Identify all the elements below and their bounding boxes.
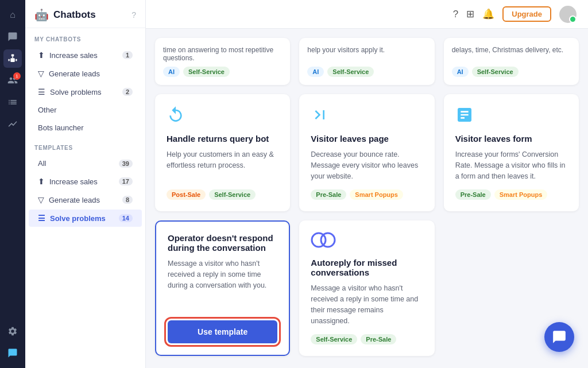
- autoreply-card-title: Autoreply for missed conversations: [311, 258, 423, 277]
- returns-card-title: Handle returns query bot: [167, 134, 278, 144]
- sidebar-item-other[interactable]: Other: [29, 102, 142, 118]
- returns-card-tags: Post-Sale Self-Service: [167, 189, 278, 200]
- cards-area: Handle returns query bot Help your custo…: [146, 85, 588, 365]
- partial-card-tags-2: AI Self-Service: [307, 67, 426, 77]
- home-icon[interactable]: ⌂: [3, 6, 22, 24]
- templates-label: TEMPLATES: [25, 137, 145, 154]
- sidebar-item-label: Increase sales: [49, 177, 98, 186]
- increase-sales-badge: 1: [122, 51, 133, 59]
- visitor-leaves-icon: [311, 106, 423, 128]
- settings-icon[interactable]: [3, 322, 22, 340]
- robot-icon: 🤖: [34, 8, 49, 22]
- visitor-leaves-form-desc: Increase your forms' Conversion Rate. Me…: [455, 149, 567, 181]
- partial-card-desc: help your visitors apply it.: [307, 46, 426, 54]
- sidebar-item-label: Generate leads: [49, 69, 100, 78]
- solve-problems-icon: ☰: [38, 87, 45, 96]
- self-service-tag: Self-Service: [209, 189, 256, 200]
- chat-icon[interactable]: [3, 28, 22, 46]
- self-service-tag: Self-Service: [327, 67, 374, 77]
- sidebar-item-label: Increase sales: [49, 51, 98, 60]
- autoreply-card-tags: Self-Service Pre-Sale: [311, 334, 423, 344]
- sidebar-item-label: Generate leads: [49, 196, 100, 204]
- sidebar-item-solve-problems[interactable]: ☰ Solve problems 2: [29, 83, 142, 100]
- sidebar-item-all[interactable]: All 39: [29, 155, 142, 172]
- chat-fab[interactable]: [544, 322, 574, 352]
- main-content: ? ⊞ 🔔 Upgrade time on answering to most …: [146, 0, 588, 368]
- sidebar-item-solve-problems-template[interactable]: ☰ Solve problems 14: [29, 210, 142, 227]
- sidebar-item-bots-launcher[interactable]: Bots launcher: [29, 119, 142, 136]
- solve-problems-template-badge: 14: [119, 214, 133, 222]
- partial-card-3: delays, time, Christmas delivery, etc. A…: [444, 38, 579, 85]
- visitor-form-icon: [455, 106, 567, 128]
- self-service-tag: Self-Service: [472, 67, 519, 77]
- nav-panel-header: 🤖 Chatbots ?: [25, 0, 145, 28]
- avatar[interactable]: [559, 6, 577, 23]
- returns-card-desc: Help your customers in an easy & effortl…: [167, 149, 278, 181]
- increase-sales-template-icon: ⬆: [38, 177, 45, 186]
- post-sale-tag: Post-Sale: [167, 189, 206, 200]
- ai-tag: AI: [307, 67, 324, 77]
- visitor-leaves-page-tags: Pre-Sale Smart Popups: [311, 189, 423, 200]
- partial-card-2: help your visitors apply it. AI Self-Ser…: [299, 38, 434, 85]
- sidebar-item-label: All: [38, 159, 46, 168]
- partial-card-tags-1: AI Self-Service: [163, 67, 282, 77]
- upgrade-button[interactable]: Upgrade: [502, 6, 551, 22]
- pre-sale-tag: Pre-Sale: [455, 189, 491, 200]
- icon-sidebar: ⌂: [0, 0, 25, 368]
- top-bar-icons: ? ⊞ 🔔 Upgrade: [453, 6, 577, 23]
- reports-icon[interactable]: [3, 93, 22, 111]
- svg-point-1: [11, 59, 12, 60]
- card-visitor-leaves-form: Visitor leaves form Increase your forms'…: [444, 94, 579, 211]
- svg-point-8: [321, 233, 335, 247]
- my-chatbots-label: MY CHATBOTS: [25, 28, 145, 46]
- ai-tag: AI: [452, 67, 469, 77]
- generate-leads-template-icon: ▽: [38, 195, 44, 204]
- generate-leads-icon: ▽: [38, 69, 44, 78]
- increase-sales-icon: ⬆: [38, 51, 45, 60]
- visitor-leaves-form-tags: Pre-Sale Smart Popups: [455, 189, 567, 200]
- use-template-button[interactable]: Use template: [168, 320, 277, 343]
- bell-icon[interactable]: 🔔: [482, 8, 494, 20]
- help-icon[interactable]: ?: [131, 10, 136, 20]
- card-visitor-leaves-page: Visitor leaves page Decrease your bounce…: [299, 94, 434, 211]
- help-topbar-icon[interactable]: ?: [453, 9, 458, 20]
- sidebar-item-generate-leads[interactable]: ▽ Generate leads: [29, 65, 142, 82]
- sidebar-item-increase-sales-template[interactable]: ⬆ Increase sales 17: [29, 173, 142, 190]
- card-operator-no-respond: Operator doesn't respond during the conv…: [155, 220, 290, 356]
- operator-card-title: Operator doesn't respond during the conv…: [168, 233, 277, 253]
- self-service-tag: Self-Service: [311, 334, 357, 344]
- top-bar: ? ⊞ 🔔 Upgrade: [146, 0, 588, 29]
- autoreply-icon: [311, 232, 423, 252]
- sidebar-item-increase-sales[interactable]: ⬆ Increase sales 1: [29, 47, 142, 64]
- analytics-icon[interactable]: [3, 115, 22, 133]
- visitor-leaves-form-title: Visitor leaves form: [455, 134, 567, 144]
- bot-icon[interactable]: [3, 49, 22, 68]
- grid-icon[interactable]: ⊞: [466, 8, 474, 20]
- sidebar-item-generate-leads-template[interactable]: ▽ Generate leads 8: [29, 191, 142, 208]
- visitor-leaves-page-desc: Decrease your bounce rate. Message every…: [311, 149, 423, 181]
- solve-problems-template-icon: ☰: [38, 214, 45, 223]
- svg-rect-5: [9, 59, 10, 61]
- pre-sale-tag: Pre-Sale: [311, 189, 346, 200]
- ai-tag: AI: [163, 67, 180, 77]
- cards-grid: Handle returns query bot Help your custo…: [155, 94, 579, 356]
- svg-rect-6: [16, 59, 17, 61]
- people-icon[interactable]: [3, 71, 22, 90]
- svg-rect-3: [11, 55, 14, 57]
- chat-bubble-icon[interactable]: [3, 344, 22, 362]
- returns-icon: [167, 106, 278, 128]
- partial-cards-row: time on answering to most repetitive que…: [146, 29, 588, 85]
- partial-card-1: time on answering to most repetitive que…: [155, 38, 290, 85]
- page-title: Chatbots: [53, 9, 96, 21]
- smart-popups-tag: Smart Popups: [350, 189, 403, 200]
- all-badge: 39: [119, 160, 133, 168]
- generate-leads-template-badge: 8: [122, 196, 133, 204]
- increase-sales-template-badge: 17: [119, 177, 133, 185]
- partial-card-desc: time on answering to most repetitive que…: [163, 46, 282, 62]
- sidebar-item-label: Bots launcher: [38, 123, 84, 132]
- autoreply-card-desc: Message a visitor who hasn't received a …: [311, 283, 423, 326]
- card-handle-returns: Handle returns query bot Help your custo…: [155, 94, 290, 211]
- card-autoreply: Autoreply for missed conversations Messa…: [299, 220, 434, 356]
- nav-panel: 🤖 Chatbots ? MY CHATBOTS ⬆ Increase sale…: [25, 0, 146, 368]
- pre-sale-tag: Pre-Sale: [361, 334, 396, 344]
